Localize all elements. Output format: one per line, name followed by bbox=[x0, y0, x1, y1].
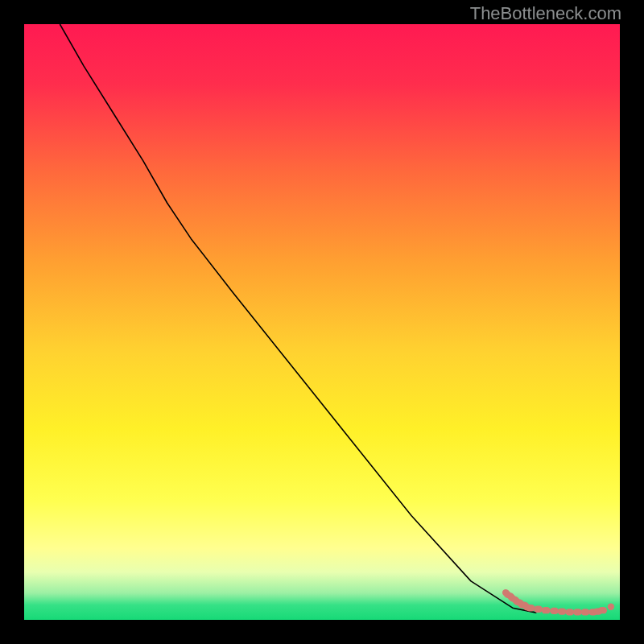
chart-svg bbox=[24, 24, 620, 620]
marker-dash bbox=[598, 607, 607, 613]
marker-dash bbox=[550, 608, 559, 614]
plot-area bbox=[24, 24, 620, 620]
marker-dash bbox=[542, 607, 551, 613]
marker-dash bbox=[565, 609, 574, 615]
marker-dash bbox=[581, 609, 590, 615]
marker-dash bbox=[534, 605, 543, 612]
marker-dash bbox=[573, 609, 582, 615]
chart-frame: TheBottleneck.com bbox=[0, 0, 644, 644]
watermark-label: TheBottleneck.com bbox=[470, 3, 621, 24]
marker-dot bbox=[608, 604, 614, 610]
marker-dash bbox=[558, 608, 567, 614]
marker-dash bbox=[526, 605, 535, 611]
